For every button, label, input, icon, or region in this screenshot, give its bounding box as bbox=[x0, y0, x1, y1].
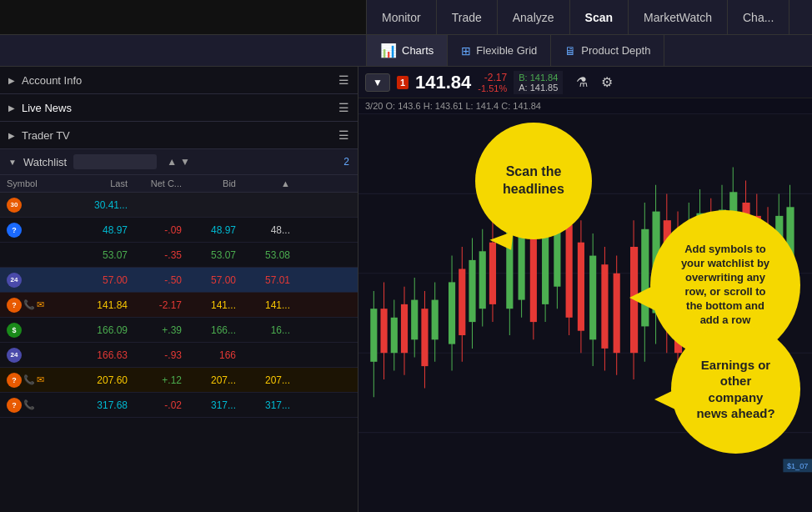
symbol-badge: $ bbox=[7, 323, 22, 338]
table-row[interactable]: 24 57.00 -.50 57.00 57.01 bbox=[0, 268, 358, 293]
symbol-badge: 24 bbox=[7, 273, 22, 288]
arrow-right-icon-tv: ▶ bbox=[8, 131, 15, 140]
mail-icon: ✉ bbox=[37, 299, 44, 310]
svg-rect-42 bbox=[578, 243, 584, 331]
menu-icon-account[interactable]: ☰ bbox=[338, 73, 349, 87]
svg-rect-24 bbox=[469, 260, 475, 322]
left-sidebar: ▶ Account Info ☰ ▶ Live News ☰ ▶ Trader … bbox=[0, 67, 358, 512]
price-display: 141.84 bbox=[415, 72, 471, 93]
chart-toolbar: ▼ 1 141.84 -2.17 -1.51% B: 141.84 A: 141… bbox=[358, 67, 812, 98]
live-news-header[interactable]: ▶ Live News ☰ bbox=[0, 94, 358, 121]
phone-icon: 📞 bbox=[23, 374, 35, 385]
charts-button[interactable]: 📊 Charts bbox=[367, 35, 448, 66]
svg-rect-40 bbox=[566, 225, 573, 318]
symbol-badge: ? bbox=[7, 373, 22, 388]
chart-area: ▼ 1 141.84 -2.17 -1.51% B: 141.84 A: 141… bbox=[358, 67, 812, 512]
tab-marketwatch[interactable]: MarketWatch bbox=[629, 0, 728, 34]
svg-text:$1_07: $1_07 bbox=[787, 462, 808, 470]
symbol-badge: 24 bbox=[7, 348, 22, 363]
svg-rect-46 bbox=[601, 264, 608, 349]
chart-info-bar: 3/20 O: 143.6 H: 143.61 L: 141.4 C: 141.… bbox=[358, 98, 812, 114]
svg-rect-6 bbox=[370, 309, 377, 362]
tab-cha[interactable]: Cha... bbox=[728, 0, 789, 34]
scan-bubble: Scan the headlines bbox=[475, 123, 592, 239]
table-row[interactable]: ? 📞 ✉ 141.84 -2.17 141... 141... bbox=[0, 293, 358, 318]
menu-icon-news[interactable]: ☰ bbox=[338, 101, 349, 114]
table-row[interactable]: 53.07 -.35 53.07 53.08 bbox=[0, 243, 358, 268]
tab-scan[interactable]: Scan bbox=[570, 0, 629, 34]
top-nav: Monitor Trade Analyze Scan MarketWatch C… bbox=[0, 0, 812, 35]
main-layout: ▶ Account Info ☰ ▶ Live News ☰ ▶ Trader … bbox=[0, 67, 812, 512]
chart-canvas: $1_07 Scan the headlines Add symbols to … bbox=[358, 114, 812, 512]
watchlist-search-input[interactable] bbox=[73, 154, 157, 169]
svg-rect-20 bbox=[449, 282, 455, 344]
svg-rect-16 bbox=[421, 309, 428, 366]
table-row[interactable]: 30 30.41... bbox=[0, 193, 358, 218]
arrow-down-icon: ▼ bbox=[8, 158, 17, 167]
symbol-badge: 30 bbox=[7, 198, 22, 213]
svg-rect-10 bbox=[391, 318, 398, 353]
table-row[interactable]: ? 48.97 -.09 48.97 48... bbox=[0, 218, 358, 243]
watchlist-table: 30 30.41... ? 48.97 -.09 48.97 48... bbox=[0, 193, 358, 418]
product-depth-button[interactable]: 🖥 Product Depth bbox=[551, 35, 664, 66]
bid-ask-box: B: 141.84 A: 141.85 bbox=[514, 71, 563, 94]
symbol-badge: 1 bbox=[397, 76, 409, 89]
svg-rect-52 bbox=[641, 229, 649, 327]
symbol-badge: ? bbox=[7, 298, 22, 313]
svg-rect-14 bbox=[411, 300, 418, 340]
svg-rect-48 bbox=[614, 274, 620, 353]
gear-icon[interactable]: ⚙ bbox=[601, 74, 613, 90]
earnings-bubble: Earnings or other company news ahead? bbox=[671, 324, 800, 454]
trader-tv-header[interactable]: ▶ Trader TV ☰ bbox=[0, 122, 358, 148]
svg-rect-8 bbox=[380, 309, 387, 353]
svg-rect-26 bbox=[479, 251, 486, 309]
watchlist-header: ▼ Watchlist ▲ ▼ 2 bbox=[0, 149, 358, 175]
phone-icon: 📞 bbox=[23, 299, 35, 310]
table-row[interactable]: ? 📞 317.68 -.02 317... 317... bbox=[0, 393, 358, 418]
tab-analyze[interactable]: Analyze bbox=[498, 0, 570, 34]
tab-trade[interactable]: Trade bbox=[437, 0, 498, 34]
trader-tv-section: ▶ Trader TV ☰ bbox=[0, 122, 358, 149]
svg-rect-12 bbox=[401, 304, 408, 353]
svg-rect-22 bbox=[459, 269, 465, 336]
account-info-section: ▶ Account Info ☰ bbox=[0, 67, 358, 94]
timeframe-dropdown[interactable]: ▼ bbox=[365, 73, 390, 92]
flask-icon[interactable]: ⚗ bbox=[576, 74, 588, 90]
table-row[interactable]: ? 📞 ✉ 207.60 +.12 207... 207... bbox=[0, 368, 358, 393]
price-change-display: -2.17 -1.51% bbox=[478, 72, 507, 93]
flexible-grid-button[interactable]: ⊞ Flexible Grid bbox=[448, 35, 551, 66]
svg-rect-44 bbox=[589, 256, 596, 340]
charts-icon: 📊 bbox=[380, 43, 397, 58]
scroll-up-btn[interactable]: ▲ bbox=[167, 156, 177, 168]
tab-monitor[interactable]: Monitor bbox=[367, 0, 437, 34]
grid-icon: ⊞ bbox=[461, 44, 471, 58]
mail-icon: ✉ bbox=[37, 374, 44, 385]
symbol-badge: ? bbox=[7, 398, 22, 413]
svg-rect-34 bbox=[530, 233, 537, 322]
table-row[interactable]: $ 166.09 +.39 166... 16... bbox=[0, 318, 358, 343]
table-header: Symbol Last Net C... Bid ▲ bbox=[0, 175, 358, 193]
arrow-right-icon-news: ▶ bbox=[8, 103, 15, 113]
live-news-section: ▶ Live News ☰ bbox=[0, 94, 358, 122]
phone-icon: 📞 bbox=[23, 399, 35, 410]
scroll-down-btn[interactable]: ▼ bbox=[180, 156, 190, 168]
depth-icon: 🖥 bbox=[564, 44, 576, 58]
svg-rect-18 bbox=[432, 300, 439, 340]
account-info-header[interactable]: ▶ Account Info ☰ bbox=[0, 67, 358, 93]
symbol-badge: ? bbox=[7, 223, 22, 238]
menu-icon-tv[interactable]: ☰ bbox=[338, 128, 349, 142]
table-row[interactable]: 24 166.63 -.93 166 bbox=[0, 343, 358, 368]
arrow-right-icon: ▶ bbox=[8, 76, 15, 85]
